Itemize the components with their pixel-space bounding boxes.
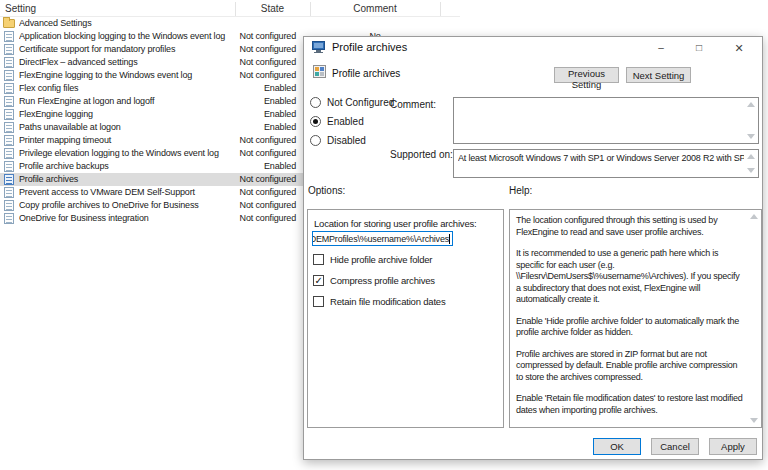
supported-on-box: At least Microsoft Windows 7 with SP1 or…	[453, 149, 759, 178]
setting-doc-icon	[4, 44, 14, 55]
setting-name: Advanced Settings	[19, 18, 234, 28]
help-paragraph: Enable 'Retain file modification dates' …	[516, 393, 745, 416]
help-panel: The location configured through this set…	[509, 209, 762, 428]
setting-name: FlexEngine logging	[19, 109, 234, 119]
setting-state: Not configured	[215, 213, 296, 223]
checkbox-label: Hide profile archive folder	[330, 254, 432, 265]
setting-doc-icon	[4, 31, 14, 42]
setting-name: OneDrive for Business integration	[19, 213, 234, 223]
setting-doc-icon	[4, 96, 14, 107]
setting-state: Not configured	[215, 200, 296, 210]
apply-button[interactable]: Apply	[709, 438, 757, 455]
help-text: The location configured through this set…	[516, 215, 745, 426]
options-panel: Location for storing user profile archiv…	[307, 209, 504, 428]
location-input[interactable]: cal\DEMProfiles\%username%\Archives	[312, 231, 453, 246]
scroll-down-icon[interactable]	[747, 134, 755, 139]
setting-state: Not configured	[215, 70, 296, 80]
setting-name: FlexEngine logging to the Windows event …	[19, 70, 234, 80]
scroll-down-icon[interactable]	[747, 168, 755, 173]
setting-state: Not configured	[215, 148, 296, 158]
setting-name: Prevent access to VMware DEM Self-Suppor…	[19, 187, 234, 197]
column-divider	[440, 2, 441, 16]
setting-name: Printer mapping timeout	[19, 135, 234, 145]
setting-state: Not configured	[215, 31, 296, 41]
supported-on-value: At least Microsoft Windows 7 with SP1 or…	[458, 153, 744, 163]
help-paragraph: Enable 'Hide profile archive folder' to …	[516, 316, 745, 339]
setting-doc-icon	[4, 122, 14, 133]
setting-state: Enabled	[215, 161, 296, 171]
help-paragraph: Profile archives are stored in ZIP forma…	[516, 349, 745, 384]
scroll-up-icon[interactable]	[747, 102, 755, 107]
profile-archives-dialog: Profile archives – □ ✕ Profile archives …	[303, 36, 763, 460]
help-paragraph: The location configured through this set…	[516, 215, 745, 238]
setting-state: Not configured	[215, 57, 296, 67]
checkbox-checked-icon[interactable]: ✓	[313, 275, 324, 286]
help-label: Help:	[509, 185, 532, 196]
next-setting-button[interactable]: Next Setting	[626, 67, 691, 83]
comment-label: Comment:	[390, 99, 436, 110]
setting-state: Not configured	[215, 174, 296, 184]
setting-doc-icon	[4, 83, 14, 94]
setting-state: Enabled	[215, 109, 296, 119]
comment-textarea[interactable]	[453, 97, 759, 144]
ok-button[interactable]: OK	[593, 438, 641, 455]
setting-name: Profile archive backups	[19, 161, 234, 171]
setting-state: Not configured	[215, 44, 296, 54]
column-comment[interactable]: Comment	[310, 3, 440, 14]
setting-state: Enabled	[215, 122, 296, 132]
setting-doc-icon	[4, 213, 14, 224]
setting-doc-icon	[4, 57, 14, 68]
setting-state: Not configured	[215, 187, 296, 197]
previous-setting-button[interactable]: Previous Setting	[554, 67, 619, 83]
help-paragraph: It is recommended to use a generic path …	[516, 248, 745, 306]
setting-name: Certificate support for mandatory profil…	[19, 44, 234, 54]
location-label: Location for storing user profile archiv…	[314, 218, 476, 229]
setting-name: Paths unavailable at logon	[19, 122, 234, 132]
supported-on-label: Supported on:	[390, 149, 453, 160]
close-icon[interactable]: ✕	[724, 37, 754, 59]
column-divider	[235, 2, 236, 16]
minimize-icon[interactable]: –	[646, 37, 676, 59]
computer-icon	[312, 41, 326, 54]
checkbox-icon[interactable]	[313, 254, 324, 265]
checkbox-label: Compress profile archives	[330, 275, 435, 286]
folder-icon	[3, 19, 15, 28]
setting-doc-icon	[4, 109, 14, 120]
checkbox-label: Retain file modification dates	[330, 296, 445, 307]
checkbox-icon[interactable]	[313, 296, 324, 307]
scroll-up-icon[interactable]	[747, 154, 755, 159]
radio-selected-icon[interactable]	[310, 116, 321, 127]
radio-label: Enabled	[327, 116, 364, 127]
setting-name: Profile archives	[332, 68, 400, 79]
cancel-button[interactable]: Cancel	[651, 438, 699, 455]
setting-name: Run FlexEngine at logon and logoff	[19, 96, 234, 106]
column-state[interactable]: State	[235, 3, 310, 14]
maximize-icon[interactable]: □	[684, 37, 714, 59]
setting-doc-icon	[4, 174, 14, 185]
setting-doc-icon	[4, 135, 14, 146]
scroll-down-icon[interactable]	[750, 418, 758, 423]
list-column-header: Setting State Comment	[0, 0, 460, 17]
options-label: Options:	[308, 185, 345, 196]
text-caret	[449, 234, 450, 244]
setting-name: Application blocking logging to the Wind…	[19, 31, 234, 41]
setting-doc-icon	[4, 161, 14, 172]
dialog-titlebar[interactable]: Profile archives – □ ✕	[304, 37, 762, 59]
dialog-title: Profile archives	[332, 41, 407, 53]
gpo-editor-screen: Setting State Comment Advanced SettingsA…	[0, 0, 768, 470]
setting-doc-icon	[4, 70, 14, 81]
radio-icon[interactable]	[310, 97, 321, 108]
column-divider	[310, 2, 311, 16]
setting-state: Not configured	[215, 135, 296, 145]
list-item[interactable]: Advanced Settings	[0, 17, 440, 30]
column-setting[interactable]: Setting	[5, 3, 36, 14]
setting-name: Privilege elevation logging to the Windo…	[19, 148, 234, 158]
setting-state: Enabled	[215, 83, 296, 93]
setting-name: Profile archives	[19, 174, 234, 184]
policy-setting-icon	[313, 65, 326, 78]
scroll-up-icon[interactable]	[750, 214, 758, 219]
radio-icon[interactable]	[310, 135, 321, 146]
setting-name: DirectFlex – advanced settings	[19, 57, 234, 67]
radio-label: Not Configured	[327, 97, 394, 108]
location-value: cal\DEMProfiles\%username%\Archives	[312, 234, 449, 244]
